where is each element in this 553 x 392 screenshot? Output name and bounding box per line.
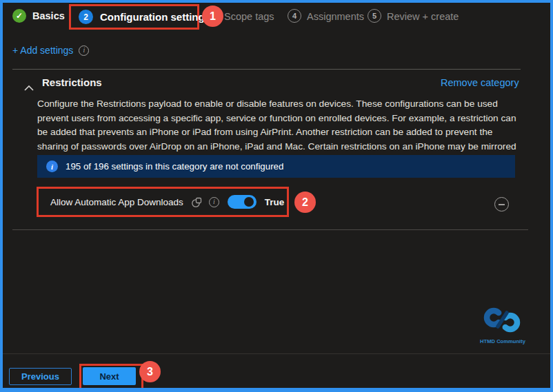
htmd-logo-mark	[481, 306, 524, 335]
setting-value: True	[265, 197, 285, 207]
banner-info-icon: i	[46, 161, 58, 172]
category-title[interactable]: Restrictions	[42, 76, 102, 88]
remove-setting-icon[interactable]	[494, 197, 509, 212]
collapse-chevron-up-icon[interactable]	[24, 81, 34, 94]
remove-category-link[interactable]: Remove category	[441, 77, 519, 88]
wizard-step-scope-tags[interactable]: Scope tags	[224, 11, 274, 22]
add-settings-link[interactable]: + Add settings	[12, 45, 73, 56]
section-divider-bottom	[12, 229, 528, 230]
htmd-community-logo: HTMD Community	[478, 306, 527, 344]
annotation-circle-2: 2	[294, 192, 316, 213]
wizard-step-review-create[interactable]: Review + create	[387, 11, 459, 22]
annotation-box-setting-row: Allow Automatic App Downloads i True	[37, 187, 289, 217]
wizard-step-2-badge: 2	[79, 10, 93, 24]
wizard-step-4-badge: 4	[288, 9, 301, 23]
banner-text: 195 of 196 settings in this category are…	[66, 161, 283, 172]
next-button[interactable]: Next	[83, 367, 136, 385]
setting-info-icon[interactable]: i	[209, 197, 219, 207]
section-divider-top	[12, 69, 521, 70]
annotation-box-configuration-settings: 2 Configuration settings	[69, 4, 199, 30]
info-banner: i 195 of 196 settings in this category a…	[37, 155, 515, 178]
footer-divider	[3, 353, 550, 354]
annotation-circle-3: 3	[139, 361, 161, 382]
annotation-circle-1: 1	[202, 6, 223, 27]
wizard-step-5-badge: 5	[368, 9, 381, 23]
add-settings-info-icon[interactable]: i	[79, 45, 89, 56]
wizard-step-assignments[interactable]: Assignments	[307, 11, 364, 22]
previous-button[interactable]: Previous	[9, 368, 72, 385]
setting-toggle[interactable]	[228, 195, 257, 209]
copy-icon[interactable]	[191, 196, 203, 208]
wizard-step-configuration-settings[interactable]: Configuration settings	[100, 11, 210, 23]
toggle-knob	[244, 197, 254, 207]
setting-label: Allow Automatic App Downloads	[50, 197, 183, 207]
wizard-step-basics[interactable]: Basics	[32, 10, 65, 21]
htmd-logo-text: HTMD Community	[478, 338, 527, 344]
configuration-settings-page: ✓ Basics 2 Configuration settings 1 Scop…	[0, 0, 553, 392]
basics-complete-check-icon: ✓	[12, 9, 26, 23]
